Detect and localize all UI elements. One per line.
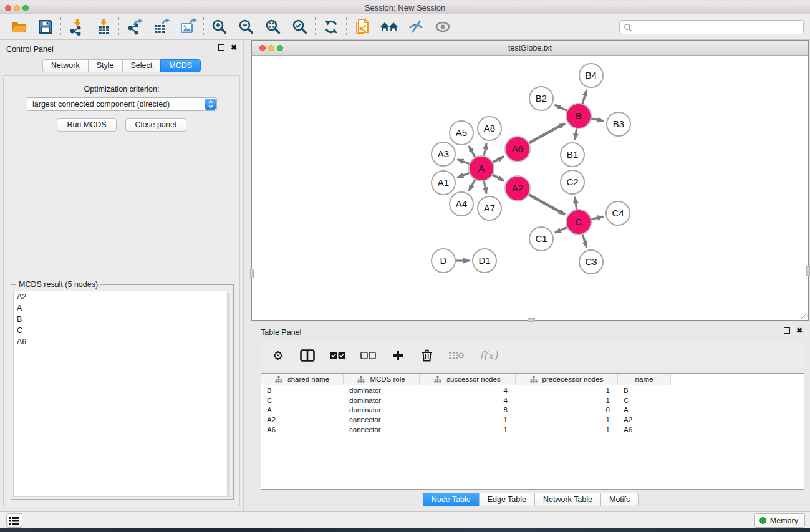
result-item-a6[interactable]: A6 (14, 336, 231, 347)
table-row-A2[interactable]: A2connector11A2 (261, 415, 804, 425)
table-row-A[interactable]: Adominator80A (261, 405, 804, 415)
graph-node-A3[interactable]: A3 (432, 142, 455, 166)
search-input[interactable] (635, 23, 803, 32)
export-table-icon[interactable] (148, 16, 175, 37)
column-header-predecessor-nodes[interactable]: predecessor nodes (516, 374, 618, 385)
gear-icon[interactable]: ⚙ (271, 348, 285, 363)
hide-panels-icon[interactable] (402, 16, 429, 37)
table-row-B[interactable]: Bdominator41B (261, 385, 804, 395)
run-mcds-button[interactable]: Run MCDS (57, 118, 116, 132)
mcds-result-list[interactable]: A2ABCA6 (13, 291, 231, 497)
save-session-icon[interactable] (32, 16, 59, 37)
search-field[interactable] (619, 20, 804, 34)
show-panels-icon[interactable] (429, 16, 456, 37)
tab-select[interactable]: Select (122, 59, 162, 72)
table-row-A6[interactable]: A6connector11A6 (261, 425, 804, 435)
graph-edge-A-A3[interactable] (457, 159, 470, 164)
float-table-panel-icon[interactable] (784, 327, 790, 334)
zoom-fit-icon[interactable] (259, 16, 286, 37)
tab-style[interactable]: Style (88, 59, 123, 72)
network-window-titlebar[interactable]: testGlobe.txt (252, 41, 808, 56)
open-session-icon[interactable] (5, 16, 32, 37)
graph-node-B3[interactable]: B3 (607, 112, 630, 136)
add-column-icon[interactable] (391, 350, 405, 361)
graph-node-D[interactable]: D (432, 249, 455, 273)
graph-node-A7[interactable]: A7 (478, 196, 501, 220)
graph-edge-C-C4[interactable] (591, 216, 604, 220)
graph-node-B2[interactable]: B2 (529, 87, 553, 110)
graph-edge-A-A5[interactable] (469, 146, 476, 158)
graph-edge-B-B1[interactable] (575, 128, 577, 140)
network-canvas[interactable]: A5A8A3A1A4A7AA6A2B2B4B3B1BC2C4C1C3CDD1 (252, 56, 808, 320)
show-all-networks-icon[interactable] (375, 16, 402, 37)
graph-edge-B-B3[interactable] (591, 118, 604, 121)
refresh-icon[interactable] (317, 16, 344, 37)
graph-node-B[interactable]: B (566, 104, 591, 128)
graph-node-A2[interactable]: A2 (505, 176, 530, 201)
graph-node-A6[interactable]: A6 (505, 137, 530, 162)
graph-edge-C-C3[interactable] (582, 233, 587, 248)
result-item-c[interactable]: C (14, 325, 231, 336)
graph-node-B4[interactable]: B4 (579, 64, 603, 87)
deselect-all-icon[interactable] (360, 352, 376, 359)
graph-edge-A-A4[interactable] (469, 179, 476, 191)
graph-node-A[interactable]: A (469, 156, 494, 181)
criterion-dropdown[interactable]: largest connected component (directed) (27, 97, 217, 111)
graph-node-D1[interactable]: D1 (473, 249, 496, 273)
tab-mcds[interactable]: MCDS (160, 59, 201, 72)
graph-edge-A-A8[interactable] (484, 143, 486, 157)
float-panel-icon[interactable] (218, 44, 224, 51)
result-item-a2[interactable]: A2 (14, 291, 231, 302)
export-image-icon[interactable] (175, 16, 201, 37)
table-row-C[interactable]: Cdominator41C (261, 395, 804, 405)
graph-node-A8[interactable]: A8 (478, 117, 501, 140)
import-table-icon[interactable] (90, 16, 117, 37)
graph-edge-B-B2[interactable] (555, 105, 568, 111)
graph-edge-A-A1[interactable] (457, 173, 470, 178)
node-table[interactable]: shared nameMCDS rolesuccessor nodesprede… (261, 373, 804, 490)
tab-node-table[interactable]: Node Table (423, 493, 480, 506)
graph-node-A5[interactable]: A5 (450, 121, 473, 145)
tab-network[interactable]: Network (42, 59, 89, 72)
close-panel-icon[interactable]: ✖ (231, 44, 237, 51)
graph-node-A1[interactable]: A1 (432, 171, 455, 195)
memory-button[interactable]: Memory (754, 513, 805, 528)
result-scrollbar[interactable] (226, 291, 231, 496)
graph-edge-C-C1[interactable] (555, 227, 568, 233)
zoom-selected-icon[interactable] (286, 16, 313, 37)
network-from-file-icon[interactable] (349, 16, 375, 37)
tab-motifs[interactable]: Motifs (600, 493, 639, 506)
close-panel-button[interactable]: Close panel (125, 118, 186, 132)
left-scrollbar-thumb[interactable] (250, 269, 254, 278)
result-item-b[interactable]: B (14, 314, 231, 325)
split-columns-icon[interactable] (300, 349, 315, 362)
graph-edge-A6-B[interactable] (528, 123, 565, 143)
delete-column-icon[interactable] (420, 349, 433, 362)
close-table-panel-icon[interactable]: ✖ (796, 327, 803, 334)
task-history-button[interactable] (6, 513, 22, 528)
bottom-scrollbar-thumb[interactable] (528, 318, 535, 322)
graph-edge-A-A7[interactable] (484, 180, 486, 194)
select-all-icon[interactable] (330, 352, 345, 359)
import-network-icon[interactable] (63, 16, 90, 37)
graph-node-C[interactable]: C (566, 210, 591, 235)
zoom-out-icon[interactable] (233, 16, 259, 37)
graph-edge-A2-C[interactable] (528, 194, 565, 215)
graph-node-A4[interactable]: A4 (450, 192, 473, 216)
column-header-MCDS-role[interactable]: MCDS role (344, 374, 420, 385)
right-scrollbar-thumb[interactable] (806, 266, 810, 276)
graph-edge-B-B4[interactable] (582, 90, 587, 105)
graph-node-C4[interactable]: C4 (606, 201, 630, 225)
column-header-successor-nodes[interactable]: successor nodes (420, 374, 516, 385)
tab-network-table[interactable]: Network Table (534, 493, 601, 506)
result-item-a[interactable]: A (14, 302, 231, 314)
resize-grip[interactable] (801, 313, 808, 319)
graph-edge-C-C2[interactable] (575, 197, 577, 211)
column-header-name[interactable]: name (618, 374, 671, 385)
graph-edge-A-A6[interactable] (492, 157, 504, 163)
graph-node-C3[interactable]: C3 (579, 250, 603, 274)
column-header-shared-name[interactable]: shared name (261, 374, 344, 385)
zoom-in-icon[interactable] (206, 16, 233, 37)
tab-edge-table[interactable]: Edge Table (479, 493, 535, 506)
graph-node-B1[interactable]: B1 (561, 143, 584, 167)
